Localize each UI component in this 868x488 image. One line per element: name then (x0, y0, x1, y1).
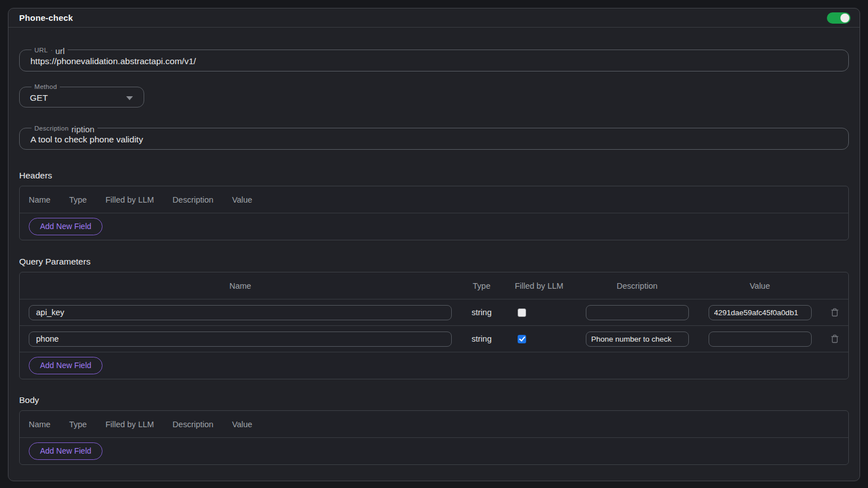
param-description-input[interactable] (586, 332, 689, 347)
column-name: Name (29, 420, 51, 429)
body-add-new-field-button[interactable]: Add New Field (29, 442, 103, 460)
param-llm-cell (502, 308, 576, 317)
param-value-cell (698, 305, 821, 320)
headers-table: Name Type Filled by LLM Description Valu… (19, 186, 849, 240)
body-add-row: Add New Field (20, 438, 848, 464)
description-input[interactable] (27, 134, 841, 145)
tool-config-content: URL · url Method GET Description ription (8, 44, 860, 465)
column-description: Description (172, 420, 213, 429)
headers-section-title: Headers (19, 171, 849, 181)
description-field: Description ription (19, 122, 849, 150)
checkbox-checked[interactable] (518, 335, 526, 343)
method-field[interactable]: Method GET (19, 82, 144, 108)
param-name-input[interactable] (29, 305, 452, 320)
tool-config-card: Phone-check URL · url Method GET (8, 8, 860, 481)
headers-table-header: Name Type Filled by LLM Description Valu… (20, 186, 848, 213)
param-description-input[interactable] (586, 305, 689, 320)
column-value: Value (698, 281, 821, 290)
param-description-cell (576, 332, 698, 347)
column-name: Name (20, 281, 461, 290)
body-section-title: Body (19, 395, 849, 405)
method-field-label: Method (32, 82, 60, 92)
description-field-label: Description ription (32, 122, 97, 134)
url-input[interactable] (27, 56, 841, 67)
toggle-knob-icon (840, 14, 849, 23)
delete-row-button[interactable] (829, 332, 841, 346)
body-table-header: Name Type Filled by LLM Description Valu… (20, 411, 848, 438)
column-description: Description (576, 281, 698, 290)
column-filled-by-llm: Filled by LLM (105, 420, 154, 429)
query-parameters-add-row: Add New Field (20, 352, 848, 379)
column-type: Type (69, 195, 87, 204)
body-table: Name Type Filled by LLM Description Valu… (19, 410, 849, 465)
param-value-cell (698, 332, 821, 347)
method-label-text: Method (34, 82, 57, 92)
param-name-cell (20, 332, 461, 347)
url-label-ghost: url (55, 46, 65, 56)
query-parameters-table-header: Name Type Filled by LLM Description Valu… (20, 272, 848, 299)
table-row-api-key: string (20, 299, 848, 326)
column-value: Value (232, 195, 252, 204)
method-select[interactable]: GET (27, 92, 136, 103)
enable-toggle[interactable] (827, 12, 851, 24)
param-actions-cell (821, 306, 848, 319)
chevron-down-icon (126, 96, 133, 100)
url-label-text: URL (34, 45, 48, 56)
query-parameters-section-title: Query Parameters (19, 257, 849, 267)
query-parameters-add-new-field-button[interactable]: Add New Field (29, 357, 103, 374)
url-label-separator: · (51, 45, 52, 56)
table-row-phone: string (20, 326, 848, 352)
description-label-text: Description (34, 123, 69, 134)
column-filled-by-llm: Filled by LLM (105, 195, 154, 204)
trash-icon (831, 334, 839, 343)
delete-row-button[interactable] (829, 306, 841, 319)
param-actions-cell (821, 332, 848, 346)
url-field-label: URL · url (32, 44, 68, 56)
param-name-input[interactable] (29, 332, 452, 347)
headers-add-new-field-button[interactable]: Add New Field (29, 218, 103, 235)
tool-title: Phone-check (19, 13, 73, 23)
method-selected-value: GET (30, 93, 48, 103)
param-type: string (461, 334, 502, 343)
checkbox-unchecked[interactable] (518, 308, 526, 317)
trash-icon (831, 308, 839, 317)
query-parameters-table: Name Type Filled by LLM Description Valu… (19, 272, 849, 379)
headers-add-row: Add New Field (20, 213, 848, 240)
param-value-input[interactable] (709, 305, 812, 320)
param-name-cell (20, 305, 461, 320)
titlebar: Phone-check (8, 8, 860, 28)
column-type: Type (461, 281, 502, 290)
param-description-cell (576, 305, 698, 320)
column-description: Description (172, 195, 213, 204)
column-filled-by-llm: Filled by LLM (502, 281, 576, 290)
param-llm-cell (502, 335, 576, 343)
param-type: string (461, 308, 502, 317)
column-name: Name (29, 195, 51, 204)
column-type: Type (69, 420, 87, 429)
url-field: URL · url (19, 44, 849, 71)
column-value: Value (232, 420, 252, 429)
description-label-ghost: ription (72, 124, 95, 135)
param-value-input[interactable] (709, 332, 812, 347)
